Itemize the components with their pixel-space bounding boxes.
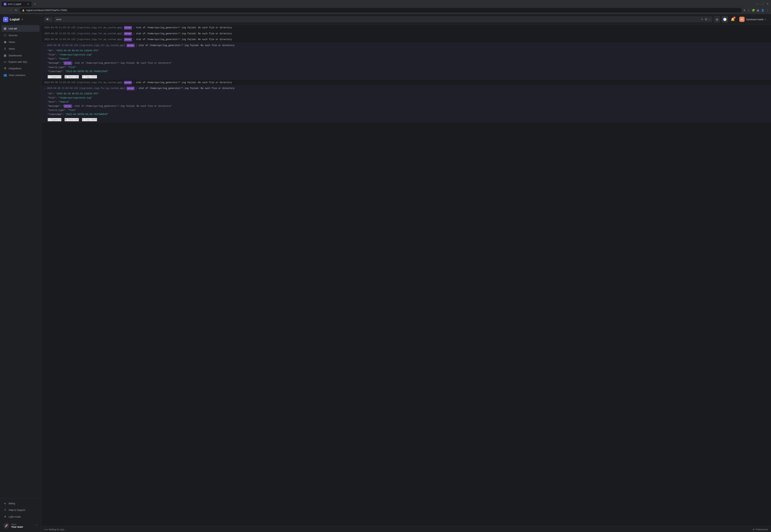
log-source: [logrotate_logs_for_my_custom_app] xyxy=(79,44,125,47)
sidebar-item-views[interactable]: ◉ Views xyxy=(1,39,40,45)
tab-favicon: L xyxy=(4,3,6,5)
sidebar-item-label: Dashboards xyxy=(9,54,22,57)
user-menu[interactable]: AI Ayooluwa Isaiah ▾ xyxy=(737,16,768,23)
new-tab-button[interactable]: + xyxy=(32,1,37,7)
user-name: Ayooluwa Isaiah xyxy=(746,18,764,21)
show-nulls-button[interactable]: ◉ Show nulls xyxy=(64,118,79,121)
back-button[interactable]: ← xyxy=(2,8,7,12)
show-nulls-icon: ◉ xyxy=(65,118,67,121)
sidebar-item-billing[interactable]: ≡ Billing xyxy=(1,500,40,507)
inline-error-badge: error xyxy=(64,104,72,108)
filter-type-chevron-icon: ⌄ xyxy=(49,18,51,20)
sidebar-item-label: Views xyxy=(9,41,15,43)
tab-title: error | Logtail xyxy=(8,3,21,5)
active-tab[interactable]: L error | Logtail ✕ xyxy=(1,1,31,7)
preferences-label: Preferences xyxy=(756,528,768,531)
search-box[interactable]: error ✕ 🖫 ⌕ xyxy=(54,16,712,22)
sql-icon: </> xyxy=(3,61,7,63)
context-icon: ◎ xyxy=(716,18,718,21)
share-icon[interactable]: ⬆ xyxy=(743,9,746,12)
search-input[interactable]: error xyxy=(56,18,699,21)
menu-icon[interactable]: ⋮ xyxy=(766,9,769,12)
log-timestamp: 2023-04-30 11:03:34.133 xyxy=(47,87,78,90)
forward-button[interactable]: → xyxy=(8,8,13,12)
show-nulls-button[interactable]: ◉ Show nulls xyxy=(64,75,79,78)
sidebar-item-sources[interactable]: ⬡ Sources xyxy=(1,32,40,39)
log-level-badge: error xyxy=(126,87,134,90)
status-dot xyxy=(44,529,45,530)
time-filter-button[interactable]: 🕐 xyxy=(722,16,728,22)
log-row[interactable]: 2023-04-30 11:03:34.133 [logrotate_logs_… xyxy=(41,80,771,86)
copy-icon: ⧉ xyxy=(82,75,84,78)
log-message: : stat of /home/ayo/log_generator/*.log … xyxy=(136,44,235,47)
maximize-icon[interactable]: ⛶ xyxy=(761,1,765,6)
search-submit-icon[interactable]: ⌕ xyxy=(709,18,710,21)
team-chevron-icon: ⌃ xyxy=(35,524,38,527)
url-input[interactable]: 🔒 logtail.com/team/158237/tail?v=75991 xyxy=(20,8,742,13)
sidebar-item-integrations[interactable]: ⚙ Integrations xyxy=(1,65,40,72)
tab-close-button[interactable]: ✕ xyxy=(27,3,29,5)
preferences-button[interactable]: ⚙ Preferences xyxy=(753,528,768,531)
minimize-icon[interactable]: — xyxy=(755,1,759,6)
notification-button[interactable]: 🔔 1 xyxy=(730,16,736,22)
browser-chrome: L error | Logtail ✕ + — ⛶ ✕ ← → ↻ 🔒 logt… xyxy=(0,0,771,14)
log-summary: 2023-04-30 11:03:34.133 [logrotate_logs_… xyxy=(44,26,768,30)
search-clear-button[interactable]: ✕ xyxy=(701,18,703,21)
close-icon[interactable]: ✕ xyxy=(766,1,770,6)
save-search-icon[interactable]: 🖫 xyxy=(705,18,707,21)
copy-json-button[interactable]: ⧉ Copy JSON xyxy=(82,118,97,121)
log-source: [logrotate_logs_for_my_custom_app] xyxy=(77,26,122,29)
log-row[interactable]: 2023-04-30 11:03:34.133 [logrotate_logs_… xyxy=(41,37,771,43)
sidebar-item-label: Billing xyxy=(9,502,15,505)
detail-row: "dt": "2023-04-30 09:03:34.133544 UTC" xyxy=(48,49,768,53)
copy-json-button[interactable]: ⧉ Copy JSON xyxy=(82,75,97,78)
log-row-expanded[interactable]: ▾ 2023-04-30 11:03:34.133 [logrotate_log… xyxy=(41,43,771,80)
log-source: [logrotate_logs_for_my_custom_app] xyxy=(77,38,122,41)
collapse-chevron-icon[interactable]: ▾ xyxy=(44,87,45,90)
log-row[interactable]: 2023-04-30 11:03:34.133 [logrotate_logs_… xyxy=(41,31,771,37)
expand-all-button[interactable]: ⊻ Expand all xyxy=(48,118,61,121)
expand-all-button[interactable]: ⊻ Expand all xyxy=(48,75,61,78)
team-name: Your team xyxy=(11,525,34,528)
window-controls: — ⛶ ✕ xyxy=(755,1,770,7)
split-view-icon[interactable]: ▣ xyxy=(757,9,759,12)
log-timestamp: 2023-04-30 11:03:34.133 xyxy=(44,26,75,29)
log-message: : stat of /home/ayo/log_generator/*.log … xyxy=(133,81,232,84)
log-area[interactable]: 2023-04-30 11:03:34.133 [logrotate_logs_… xyxy=(41,25,771,526)
sidebar-item-explore-sql[interactable]: </> Explore with SQL xyxy=(1,59,40,65)
extensions-icon[interactable]: 🧩 xyxy=(752,9,755,12)
sidebar-item-dashboards[interactable]: ▦ Dashboards xyxy=(1,52,40,59)
user-avatar: AI xyxy=(739,17,745,22)
collapse-chevron-icon[interactable]: ▾ xyxy=(44,44,45,47)
status-text: Waiting for logs... xyxy=(44,528,66,531)
clock-icon: 🕐 xyxy=(723,18,727,21)
bookmark-icon[interactable]: ☆ xyxy=(747,9,750,12)
sidebar-item-light-mode[interactable]: ☀ Light mode xyxy=(1,513,40,520)
reload-button[interactable]: ↻ xyxy=(14,8,18,12)
sidebar-item-label: Sources xyxy=(9,34,18,37)
live-tail-icon: ▤ xyxy=(3,27,7,30)
log-timestamp: 2023-04-30 11:03:34.133 xyxy=(47,44,78,47)
context-button[interactable]: ◎ xyxy=(714,16,720,22)
log-summary: 2023-04-30 11:03:34.133 [logrotate_logs_… xyxy=(44,32,768,36)
sidebar-item-team-members[interactable]: 👥 Team members xyxy=(1,72,40,78)
sidebar-item-help[interactable]: ? Help & Support xyxy=(1,507,40,513)
detail-row: "source_type": "file" xyxy=(48,65,768,69)
help-icon: ? xyxy=(3,508,7,512)
expand-all-icon: ⊻ xyxy=(48,75,50,78)
team-section[interactable]: 🚀 Team Your team ⌃ xyxy=(1,521,40,531)
app-logo[interactable]: ✦ Logtail ▾ xyxy=(0,14,41,24)
log-row-expanded[interactable]: ▾ 2023-04-30 11:03:34.133 [logrotate_log… xyxy=(41,86,771,123)
app-name: Logtail xyxy=(10,18,19,21)
user-menu-chevron-icon: ▾ xyxy=(765,18,766,20)
detail-row: "source_type": "file" xyxy=(48,108,768,112)
detail-row: "file": "/home/ayo/logrotate.log" xyxy=(48,96,768,100)
detail-row: "dt": "2023-04-30 09:03:34.133544 UTC" xyxy=(48,92,768,96)
log-line: 2023-04-30 11:03:34.133 [logrotate_logs_… xyxy=(47,44,768,47)
filter-type-button[interactable]: W ⌄ xyxy=(44,17,53,22)
sidebar-item-live-tail[interactable]: ▤ Live tail xyxy=(1,25,40,32)
log-row[interactable]: 2023-04-30 11:03:34.133 [logrotate_logs_… xyxy=(41,25,771,31)
profile-icon[interactable]: 👤 xyxy=(761,9,764,12)
status-dots xyxy=(44,529,48,530)
sidebar-item-alerts[interactable]: ℹ Alerts xyxy=(1,45,40,52)
